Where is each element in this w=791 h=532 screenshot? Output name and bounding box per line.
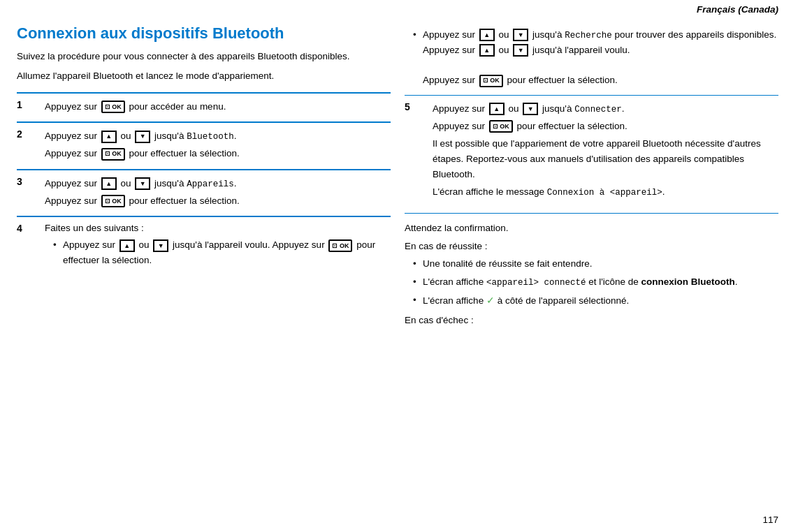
steps-container: 1 Appuyez sur ⊡ OK pour accéder au menu.… (17, 92, 391, 275)
page-header: Français (Canada) (0, 0, 791, 17)
step-5: 5 Appuyez sur ou jusqu'à Connecter. Appu… (405, 101, 778, 206)
step-5-content: Appuyez sur ou jusqu'à Connecter. Appuye… (433, 101, 778, 202)
step-5-line-2: Appuyez sur ⊡ OK pour effectuer la sélec… (433, 119, 778, 134)
up-icon-4a (119, 239, 135, 252)
ok-icon-4b: ⊡ OK (479, 75, 503, 87)
left-column: Connexion aux dispositifs Bluetooth Suiv… (17, 24, 391, 330)
up-icon-4b (479, 29, 495, 41)
step-4-bullets: Appuyez sur ou jusqu'à l'appareil voulu.… (45, 237, 391, 267)
success-bullet-1: Une tonalité de réussite se fait entendr… (413, 256, 778, 272)
checkmark-icon: ✓ (486, 295, 495, 306)
language-label: Français (Canada) (697, 4, 778, 15)
step-4: 4 Faites un des suivants : Appuyez sur o… (17, 216, 391, 274)
step-5-number: 5 (405, 101, 419, 112)
info-fail-heading: En cas d'échec : (405, 313, 778, 328)
right-column: Appuyez sur ou jusqu'à Recherche pour tr… (405, 24, 778, 330)
ok-button-icon-2: ⊡ OK (101, 148, 125, 161)
step-1-content: Appuyez sur ⊡ OK pour accéder au menu. (45, 99, 226, 117)
step-4-bullet-2: Appuyez sur ou jusqu'à Recherche pour tr… (413, 27, 778, 88)
down-button-icon (135, 131, 150, 143)
step-4-number: 4 (17, 223, 31, 234)
step-1-line-1: Appuyez sur ⊡ OK pour accéder au menu. (45, 99, 226, 114)
down-icon-4c (513, 44, 528, 57)
ok-icon-4a: ⊡ OK (328, 239, 352, 252)
ok-button-icon-3: ⊡ OK (101, 195, 125, 207)
up-button-icon-3a (101, 177, 117, 190)
step-4-bullet-1: Appuyez sur ou jusqu'à l'appareil voulu.… (53, 237, 391, 267)
ok-icon-5: ⊡ OK (489, 120, 513, 133)
info-success-heading: En cas de réussite : (405, 239, 778, 254)
down-icon-5a (523, 103, 538, 115)
step-2-content: Appuyez sur ou jusqu'à Bluetooth. Appuye… (45, 128, 240, 163)
info-confirm: Attendez la confirmation. (405, 221, 778, 236)
up-icon-4c (479, 44, 495, 57)
step-2: 2 Appuyez sur ou jusqu'à Bluetooth. Appu… (17, 121, 391, 168)
step-2-line-1: Appuyez sur ou jusqu'à Bluetooth. (45, 128, 240, 144)
page-title: Connexion aux dispositifs Bluetooth (17, 24, 391, 43)
ok-button-icon: ⊡ OK (101, 101, 125, 113)
step-3: 3 Appuyez sur ou jusqu'à Appareils. Appu… (17, 169, 391, 215)
step-5-line-1: Appuyez sur ou jusqu'à Connecter. (433, 101, 778, 117)
step-3-line-2: Appuyez sur ⊡ OK pour effectuer la sélec… (45, 193, 240, 209)
down-icon-4b (513, 29, 528, 41)
up-icon-5a (489, 103, 505, 115)
step-1: 1 Appuyez sur ⊡ OK pour accéder au menu. (17, 92, 391, 121)
step-3-content: Appuyez sur ou jusqu'à Appareils. Appuye… (45, 176, 240, 211)
info-section: Attendez la confirmation. En cas de réus… (405, 213, 778, 327)
up-button-icon (101, 131, 117, 143)
step-5-line-4: L'écran affiche le message Connexion à <… (433, 184, 778, 200)
down-icon-4a (153, 239, 168, 252)
step-3-number: 3 (17, 176, 31, 187)
down-button-icon-3a (135, 177, 150, 190)
step-4-right-bullets: Appuyez sur ou jusqu'à Recherche pour tr… (405, 27, 778, 88)
success-bullet-3: L'écran affiche ✓ à côté de l'appareil s… (413, 293, 778, 309)
step-2-number: 2 (17, 128, 31, 140)
page-number: 117 (762, 515, 778, 525)
divider-1 (405, 95, 778, 96)
step-5-line-3: Il est possible que l'appariement de vot… (433, 136, 778, 182)
step-1-number: 1 (17, 99, 31, 110)
success-bullets: Une tonalité de réussite se fait entendr… (405, 256, 778, 308)
step-2-line-2: Appuyez sur ⊡ OK pour effectuer la sélec… (45, 146, 240, 161)
step-4-label: Faites un des suivants : (45, 223, 391, 233)
success-bullet-2: L'écran affiche <appareil> connecté et l… (413, 274, 778, 290)
intro-para-2: Allumez l'appareil Bluetooth et lancez l… (17, 69, 391, 83)
step-4-content: Faites un des suivants : Appuyez sur ou … (45, 223, 391, 270)
step-3-line-1: Appuyez sur ou jusqu'à Appareils. (45, 176, 240, 191)
intro-para-1: Suivez la procédure pour vous connecter … (17, 50, 391, 64)
